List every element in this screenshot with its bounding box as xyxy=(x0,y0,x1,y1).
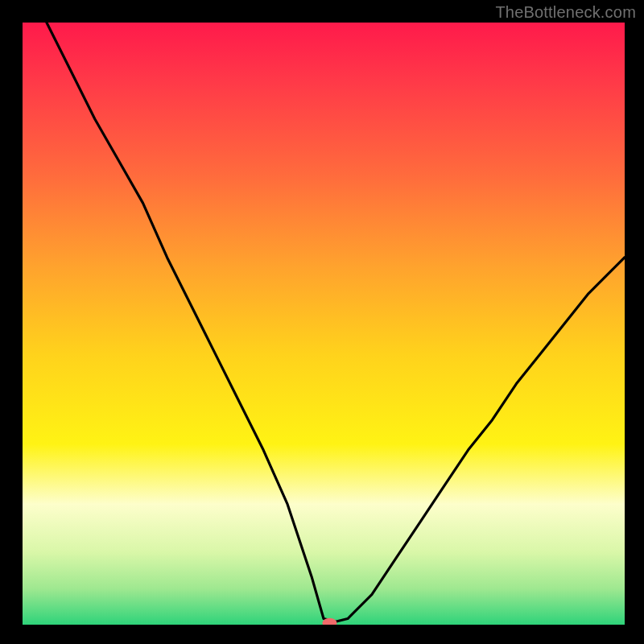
chart-stage: TheBottleneck.com xyxy=(0,0,644,644)
plot-area xyxy=(23,23,625,625)
gradient-background xyxy=(23,23,625,625)
bottleneck-plot xyxy=(23,23,625,625)
watermark-text: TheBottleneck.com xyxy=(495,3,636,22)
